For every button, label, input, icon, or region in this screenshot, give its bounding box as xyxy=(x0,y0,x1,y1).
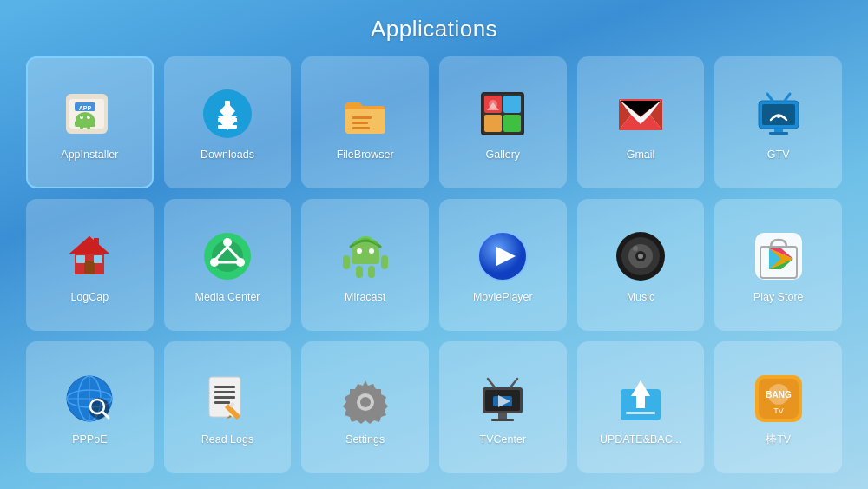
svg-rect-94 xyxy=(214,391,235,393)
svg-point-75 xyxy=(638,254,643,259)
readlogs-icon xyxy=(200,371,255,426)
app-tile-bangtv[interactable]: BANG TV 棒TV xyxy=(714,341,842,473)
svg-line-107 xyxy=(510,379,517,387)
svg-rect-96 xyxy=(214,401,230,404)
svg-rect-22 xyxy=(352,116,372,119)
app-tile-updatebac[interactable]: UPDATE&BAC... xyxy=(577,341,705,473)
app-label-filebrowser: FileBrowser xyxy=(337,149,394,162)
app-tile-appinstaller[interactable]: APP AppInstaller xyxy=(26,56,154,188)
app-tile-logcap[interactable]: LogCap xyxy=(26,199,154,331)
svg-point-62 xyxy=(357,248,362,254)
svg-rect-30 xyxy=(503,115,521,132)
playstore-icon xyxy=(751,228,806,284)
svg-rect-105 xyxy=(491,419,514,421)
tvcenter-icon xyxy=(475,371,530,426)
app-tile-readlogs[interactable]: Read Logs xyxy=(164,341,292,473)
app-tile-gtv[interactable]: GTV xyxy=(714,56,842,188)
bangtv-icon: BANG TV xyxy=(751,371,806,426)
svg-rect-51 xyxy=(94,238,99,248)
music-icon xyxy=(613,228,668,284)
app-tile-miracast[interactable]: Miracast xyxy=(301,199,429,331)
svg-rect-64 xyxy=(343,255,350,269)
app-label-gtv: GTV xyxy=(767,149,790,162)
app-label-bangtv: 棒TV xyxy=(766,433,791,446)
app-label-pppoe: PPPoE xyxy=(72,433,107,446)
svg-line-39 xyxy=(767,94,773,101)
app-tile-playstore[interactable]: Play Store xyxy=(714,199,842,331)
svg-point-76 xyxy=(633,246,638,251)
downloads-icon xyxy=(200,86,255,142)
app-label-playstore: Play Store xyxy=(753,291,804,304)
svg-rect-28 xyxy=(503,96,521,113)
miracast-icon xyxy=(338,228,393,284)
svg-point-63 xyxy=(369,248,374,254)
app-label-mediacenter: Media Center xyxy=(194,291,260,304)
svg-rect-104 xyxy=(498,413,507,419)
page-title: Applications xyxy=(371,16,497,43)
app-label-downloads: Downloads xyxy=(201,149,254,162)
app-tile-pppoe[interactable]: PPPoE xyxy=(26,341,154,473)
app-tile-music[interactable]: Music xyxy=(577,199,705,331)
app-label-music: Music xyxy=(627,291,655,304)
app-tile-gallery[interactable]: Gallery xyxy=(439,56,567,188)
app-label-gallery: Gallery xyxy=(486,149,521,162)
svg-rect-24 xyxy=(352,127,370,129)
gtv-icon xyxy=(751,86,806,142)
app-tile-tvcenter[interactable]: TVCenter xyxy=(439,341,567,473)
svg-rect-44 xyxy=(769,132,788,135)
pppoe-icon xyxy=(62,371,117,426)
svg-rect-10 xyxy=(75,121,78,127)
updatebac-icon xyxy=(613,371,668,426)
svg-text:BANG: BANG xyxy=(766,390,792,400)
app-label-logcap: LogCap xyxy=(70,291,108,304)
app-label-gmail: Gmail xyxy=(627,149,655,162)
svg-point-42 xyxy=(777,115,780,118)
filebrowser-icon xyxy=(338,86,393,142)
svg-rect-49 xyxy=(94,255,102,263)
svg-point-101 xyxy=(360,397,371,407)
svg-rect-23 xyxy=(352,122,368,124)
app-tile-filebrowser[interactable]: FileBrowser xyxy=(301,56,429,188)
svg-point-54 xyxy=(223,238,232,247)
gallery-icon xyxy=(475,86,530,142)
app-label-movieplayer: MoviePlayer xyxy=(473,291,533,304)
app-tile-settings[interactable]: Settings xyxy=(301,341,429,473)
movieplayer-icon xyxy=(475,228,530,284)
app-tile-mediacenter[interactable]: Media Center xyxy=(164,199,292,331)
svg-text:TV: TV xyxy=(773,406,784,415)
svg-rect-11 xyxy=(92,121,95,127)
svg-rect-48 xyxy=(76,255,85,263)
app-label-updatebac: UPDATE&BAC... xyxy=(600,433,681,446)
settings-icon xyxy=(338,371,393,426)
logcap-icon xyxy=(62,228,117,284)
svg-rect-112 xyxy=(626,412,655,414)
svg-rect-65 xyxy=(381,255,388,269)
app-tile-movieplayer[interactable]: MoviePlayer xyxy=(439,199,567,331)
svg-rect-95 xyxy=(214,396,235,399)
mediacenter-icon xyxy=(200,228,255,284)
svg-rect-67 xyxy=(368,266,375,278)
app-label-readlogs: Read Logs xyxy=(201,433,253,446)
svg-rect-13 xyxy=(87,125,90,129)
svg-rect-12 xyxy=(80,125,83,129)
svg-rect-21 xyxy=(218,125,237,129)
svg-rect-19 xyxy=(225,101,230,116)
app-tile-downloads[interactable]: Downloads xyxy=(164,56,292,188)
gmail-icon xyxy=(613,86,668,142)
svg-rect-47 xyxy=(84,261,95,274)
svg-rect-93 xyxy=(214,386,235,388)
app-grid: APP AppInstaller xyxy=(26,56,842,473)
app-label-miracast: Miracast xyxy=(345,291,385,304)
svg-rect-5 xyxy=(76,118,95,127)
svg-line-106 xyxy=(488,379,495,387)
svg-marker-50 xyxy=(69,236,109,254)
svg-rect-29 xyxy=(484,115,502,132)
svg-line-40 xyxy=(785,94,790,101)
app-label-settings: Settings xyxy=(345,433,385,446)
app-tile-gmail[interactable]: Gmail xyxy=(577,56,705,188)
appinstaller-icon: APP xyxy=(62,86,117,142)
app-label-appinstaller: AppInstaller xyxy=(61,149,118,162)
app-label-tvcenter: TVCenter xyxy=(480,433,527,446)
svg-rect-66 xyxy=(356,266,363,278)
svg-rect-61 xyxy=(352,250,379,264)
